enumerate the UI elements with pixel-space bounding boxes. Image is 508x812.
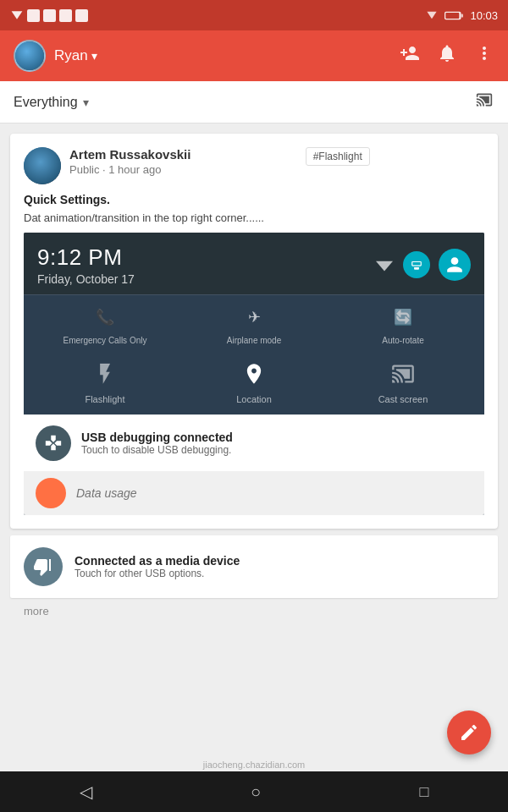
post-card: Artem Russakovskii Public · 1 hour ago #… bbox=[10, 134, 498, 529]
filter-bar: Everything ▾ bbox=[0, 81, 508, 123]
qs-status-icons bbox=[374, 249, 471, 281]
flashlight-label: Flashlight bbox=[85, 394, 124, 404]
img-icon bbox=[75, 9, 88, 22]
location-icon bbox=[239, 359, 269, 389]
media-device-icon bbox=[24, 547, 63, 586]
msg-icon bbox=[27, 9, 40, 22]
home-button[interactable]: ○ bbox=[251, 782, 261, 802]
post-avatar bbox=[24, 147, 61, 184]
wifi-icon bbox=[10, 9, 24, 21]
media-device-subtitle: Touch for other USB options. bbox=[75, 568, 240, 579]
emergency-icon: 📞 bbox=[91, 304, 119, 331]
location-label: Location bbox=[236, 394, 272, 404]
signal-icon bbox=[426, 10, 438, 20]
qs-emergency-label: Emergency Calls Only bbox=[64, 336, 147, 345]
svg-rect-2 bbox=[446, 13, 460, 19]
filter-right bbox=[474, 91, 494, 112]
app-bar-actions bbox=[400, 43, 494, 69]
media-device-text: Connected as a media device Touch for ot… bbox=[75, 554, 240, 579]
content-area: Artem Russakovskii Public · 1 hour ago #… bbox=[0, 123, 508, 771]
qs-tile-location[interactable]: Location bbox=[179, 359, 329, 404]
gmail-icon bbox=[43, 9, 56, 22]
qs-quick-actions: 📞 Emergency Calls Only ✈ Airplane mode 🔄… bbox=[24, 294, 484, 354]
usb-debug-text: USB debugging connected Touch to disable… bbox=[81, 431, 233, 456]
data-usage-icon bbox=[36, 478, 66, 508]
qs-tile-flashlight[interactable]: Flashlight bbox=[30, 359, 179, 404]
hashtag-badge[interactable]: #Flashlight bbox=[306, 147, 370, 166]
post-body: Dat animation/transition in the top righ… bbox=[24, 211, 484, 224]
qs-battery-icon bbox=[403, 251, 430, 278]
back-button[interactable]: ◁ bbox=[80, 782, 92, 802]
cast-icon[interactable] bbox=[474, 91, 494, 112]
filter-left[interactable]: Everything ▾ bbox=[14, 95, 89, 110]
gplus-icon bbox=[59, 9, 72, 22]
status-time: 10:03 bbox=[470, 9, 498, 22]
svg-rect-1 bbox=[461, 14, 464, 17]
filter-dropdown-icon[interactable]: ▾ bbox=[83, 96, 89, 109]
recents-button[interactable]: □ bbox=[419, 783, 428, 801]
user-name-button[interactable]: Ryan ▾ bbox=[54, 47, 97, 64]
media-device-notification[interactable]: Connected as a media device Touch for ot… bbox=[10, 535, 498, 598]
post-user-info: Artem Russakovskii Public · 1 hour ago bbox=[24, 147, 190, 184]
qs-action-emergency: 📞 Emergency Calls Only bbox=[30, 304, 179, 345]
post-author-info: Artem Russakovskii Public · 1 hour ago bbox=[69, 147, 190, 176]
flashlight-icon bbox=[90, 359, 120, 389]
usb-debug-icon bbox=[36, 425, 71, 461]
bottom-navigation: ◁ ○ □ bbox=[0, 771, 508, 812]
qs-wifi-icon bbox=[374, 255, 395, 275]
status-bar-right: 10:03 bbox=[426, 9, 498, 22]
cast-screen-icon bbox=[388, 359, 418, 389]
partial-notification: Data usage bbox=[24, 471, 484, 515]
status-bar-left bbox=[10, 9, 88, 22]
app-bar-left: Ryan ▾ bbox=[14, 40, 97, 72]
airplane-icon: ✈ bbox=[240, 304, 268, 331]
qs-airplane-label: Airplane mode bbox=[227, 336, 281, 345]
post-author-name: Artem Russakovskii bbox=[69, 147, 190, 162]
post-title: Quick Settings. bbox=[24, 193, 484, 206]
quick-settings-screenshot: 9:12 PM Friday, October 17 bbox=[24, 233, 484, 515]
qs-user-icon bbox=[439, 249, 471, 281]
qs-action-rotate: 🔄 Auto-rotate bbox=[329, 304, 478, 345]
qs-header: 9:12 PM Friday, October 17 bbox=[24, 233, 484, 294]
post-meta: Public · 1 hour ago bbox=[69, 163, 190, 176]
qs-rotate-label: Auto-rotate bbox=[382, 336, 423, 345]
usb-debug-notification[interactable]: USB debugging connected Touch to disable… bbox=[24, 414, 484, 471]
person-plus-icon[interactable] bbox=[400, 43, 420, 69]
qs-tiles: Flashlight Location Cast screen bbox=[24, 354, 484, 414]
post-header: Artem Russakovskii Public · 1 hour ago #… bbox=[24, 147, 484, 184]
more-vert-icon[interactable] bbox=[474, 43, 494, 69]
data-usage-label: Data usage bbox=[76, 486, 137, 500]
bell-icon[interactable] bbox=[437, 43, 457, 69]
status-bar: 10:03 bbox=[0, 0, 508, 30]
qs-action-airplane: ✈ Airplane mode bbox=[179, 304, 329, 345]
usb-debug-title: USB debugging connected bbox=[81, 431, 233, 444]
compose-fab[interactable] bbox=[447, 710, 491, 754]
user-dropdown-arrow: ▾ bbox=[91, 49, 97, 63]
more-label: more bbox=[24, 605, 49, 617]
user-name-text: Ryan bbox=[54, 47, 88, 64]
usb-debug-subtitle: Touch to disable USB debugging. bbox=[81, 444, 233, 456]
media-device-title: Connected as a media device bbox=[75, 554, 240, 568]
filter-label: Everything bbox=[14, 95, 78, 110]
qs-tile-cast[interactable]: Cast screen bbox=[329, 359, 478, 404]
app-bar: Ryan ▾ bbox=[0, 30, 508, 81]
battery-icon bbox=[444, 10, 463, 21]
more-row: more bbox=[10, 598, 498, 624]
cast-screen-label: Cast screen bbox=[378, 394, 428, 404]
user-avatar[interactable] bbox=[14, 40, 46, 72]
rotate-icon: 🔄 bbox=[389, 304, 417, 331]
